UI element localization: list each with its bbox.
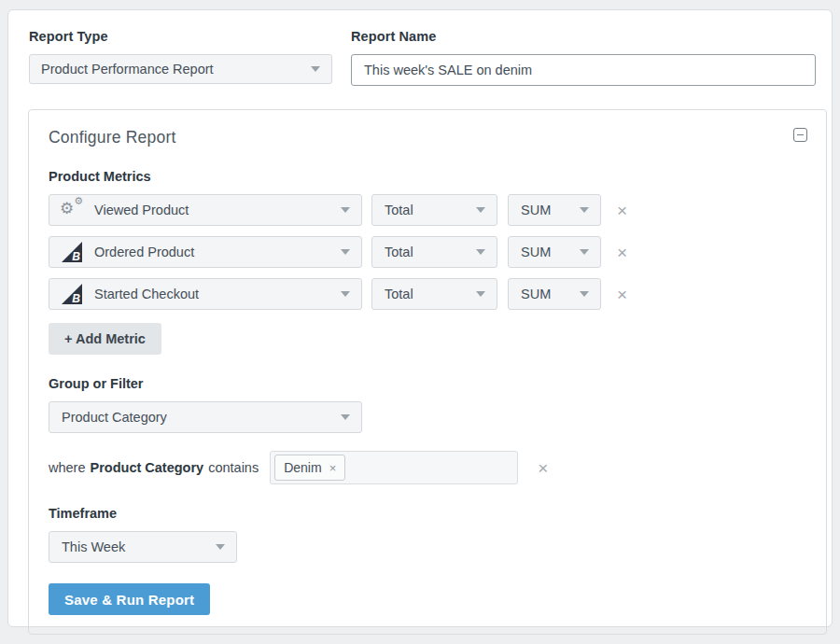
chevron-down-icon bbox=[311, 66, 320, 72]
chevron-down-icon bbox=[341, 207, 350, 213]
bigcommerce-icon: B bbox=[62, 242, 82, 262]
filter-field: Product Category bbox=[91, 460, 204, 475]
chevron-down-icon bbox=[341, 249, 350, 255]
remove-metric-button[interactable] bbox=[617, 286, 627, 303]
chevron-down-icon bbox=[341, 414, 350, 420]
chevron-down-icon bbox=[580, 207, 589, 213]
chevron-down-icon bbox=[580, 249, 589, 255]
filter-condition-row: where Product Category contains Denim bbox=[49, 451, 807, 484]
filter-tag-input[interactable]: Denim bbox=[270, 451, 518, 484]
group-by-select[interactable]: Product Category bbox=[49, 401, 362, 433]
report-name-input[interactable] bbox=[351, 54, 816, 86]
configure-report-panel: Configure Report Product Metrics ⚙⚙ View… bbox=[28, 109, 827, 635]
report-type-label: Report Type bbox=[29, 29, 332, 44]
aggregation-select[interactable]: Total bbox=[371, 278, 497, 310]
remove-tag-icon[interactable] bbox=[329, 461, 337, 475]
metric-select[interactable]: B Ordered Product bbox=[49, 236, 362, 268]
filter-prefix: where bbox=[49, 460, 86, 475]
report-name-field: Report Name bbox=[351, 29, 816, 86]
add-metric-button[interactable]: + Add Metric bbox=[49, 323, 161, 355]
remove-metric-button[interactable] bbox=[617, 202, 627, 219]
product-metrics-label: Product Metrics bbox=[49, 169, 807, 184]
report-builder-card: Report Type Product Performance Report R… bbox=[7, 9, 833, 627]
filter-tag: Denim bbox=[274, 455, 345, 481]
metric-name: Viewed Product bbox=[94, 203, 331, 217]
chevron-down-icon bbox=[476, 291, 485, 297]
report-type-field: Report Type Product Performance Report bbox=[29, 29, 332, 86]
panel-title: Configure Report bbox=[49, 126, 175, 147]
group-or-filter-label: Group or Filter bbox=[49, 376, 807, 391]
panel-header: Configure Report bbox=[49, 126, 807, 147]
chevron-down-icon bbox=[580, 291, 589, 297]
report-type-value: Product Performance Report bbox=[41, 62, 301, 77]
timeframe-select[interactable]: This Week bbox=[49, 531, 237, 563]
bigcommerce-icon: B bbox=[62, 284, 82, 304]
filter-operator: contains bbox=[208, 460, 259, 475]
chevron-down-icon bbox=[476, 249, 485, 255]
filter-tag-label: Denim bbox=[284, 460, 321, 475]
aggregation-select[interactable]: Total bbox=[371, 236, 497, 268]
metric-name: Started Checkout bbox=[94, 287, 331, 301]
minus-icon bbox=[797, 134, 804, 136]
function-select[interactable]: SUM bbox=[508, 236, 601, 268]
remove-metric-button[interactable] bbox=[617, 244, 627, 261]
report-type-select[interactable]: Product Performance Report bbox=[29, 54, 332, 84]
metric-name: Ordered Product bbox=[94, 245, 331, 259]
collapse-panel-button[interactable] bbox=[793, 128, 807, 142]
aggregation-select[interactable]: Total bbox=[371, 194, 497, 226]
save-run-report-button[interactable]: Save & Run Report bbox=[49, 583, 210, 615]
function-select[interactable]: SUM bbox=[508, 194, 601, 226]
remove-filter-button[interactable] bbox=[538, 459, 548, 477]
chevron-down-icon bbox=[341, 291, 350, 297]
gears-icon: ⚙⚙ bbox=[62, 200, 82, 220]
timeframe-label: Timeframe bbox=[49, 506, 807, 521]
metric-row: B Ordered Product Total SUM bbox=[49, 236, 807, 268]
chevron-down-icon bbox=[476, 207, 485, 213]
top-fields-row: Report Type Product Performance Report R… bbox=[29, 29, 816, 86]
chevron-down-icon bbox=[216, 544, 225, 550]
metric-select[interactable]: ⚙⚙ Viewed Product bbox=[49, 194, 362, 226]
report-name-label: Report Name bbox=[351, 29, 816, 44]
function-select[interactable]: SUM bbox=[508, 278, 601, 310]
metric-select[interactable]: B Started Checkout bbox=[49, 278, 362, 310]
metric-row: B Started Checkout Total SUM bbox=[49, 278, 807, 310]
metric-row: ⚙⚙ Viewed Product Total SUM bbox=[49, 194, 807, 226]
